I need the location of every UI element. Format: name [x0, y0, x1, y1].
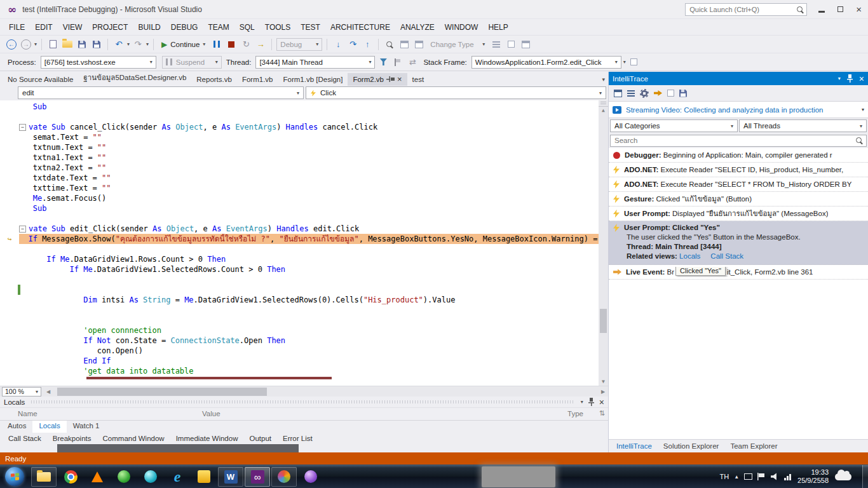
intellitrace-event-live[interactable]: Live Event: BrClicked "Yes"it_Click, For… [609, 265, 868, 280]
panel-tab-command-window[interactable]: Command Window [97, 435, 170, 442]
menu-file[interactable]: FILE [4, 21, 30, 34]
panel-tab-immediate-window[interactable]: Immediate Window [170, 435, 244, 442]
display-tray-icon[interactable] [744, 473, 752, 480]
zoom-dropdown[interactable]: 100 %▾ [2, 387, 41, 396]
menu-test[interactable]: TEST [295, 21, 325, 34]
code-line[interactable]: 'open connnection [0, 325, 599, 336]
calls-view-icon[interactable] [627, 90, 635, 97]
vertical-scroll-thumb[interactable] [600, 309, 607, 333]
menu-analyze[interactable]: ANALYZE [395, 21, 440, 34]
restart-icon[interactable]: ↻ [240, 38, 252, 51]
code-line[interactable]: If Not con.State = ConnectionState.Open … [0, 336, 599, 346]
panel-tab-output[interactable]: Output [243, 435, 277, 442]
panel-tab-breakpoints[interactable]: Breakpoints [47, 435, 97, 442]
code-line[interactable]: txttime.Text = "" [0, 183, 599, 193]
code-line[interactable]: txtna2.Text = "" [0, 163, 599, 173]
taskbar-vlc[interactable] [85, 467, 110, 487]
editor-gutter[interactable] [0, 356, 19, 366]
editor-gutter[interactable] [0, 173, 19, 183]
editor-gutter[interactable] [0, 295, 19, 305]
horizontal-scroll-thumb[interactable] [57, 388, 267, 396]
code-line[interactable]: semat.Text = "" [0, 132, 599, 142]
show-hidden-icons[interactable]: ▲ [734, 474, 739, 480]
editor-gutter[interactable] [0, 214, 19, 224]
editor-gutter[interactable] [0, 305, 19, 315]
taskbar-windows-explorer[interactable] [31, 467, 57, 487]
panel-tab-error-list[interactable]: Error List [277, 435, 318, 442]
taskbar-chrome[interactable] [58, 467, 83, 487]
locals-column-type[interactable]: Type [567, 410, 583, 417]
editor-gutter[interactable] [0, 315, 19, 325]
stop-debugging-icon[interactable] [225, 38, 238, 51]
code-line[interactable]: Me.semat.Focus() [0, 193, 599, 203]
locals-column-name[interactable]: Name [18, 410, 37, 417]
banner-collapse-icon[interactable]: ▾ [862, 107, 864, 112]
doc-tab-form1-vb[interactable]: Form1.vb [237, 74, 278, 86]
editor-gutter[interactable] [0, 366, 19, 376]
flag-threads-icon[interactable] [391, 56, 404, 69]
editor-gutter[interactable] [0, 163, 19, 173]
menu-sql[interactable]: SQL [234, 21, 260, 34]
suspend-button[interactable]: Suspend▾ [162, 56, 222, 69]
toolbox-icon[interactable] [490, 38, 503, 51]
code-line[interactable]: Dim intsi As String = Me.DataGridView1.S… [0, 295, 599, 305]
menu-view[interactable]: VIEW [58, 21, 88, 34]
toolbar-options-icon[interactable]: ▾ [623, 59, 626, 65]
code-line[interactable]: −vate Sub edit_Click(sender As Object, e… [0, 224, 599, 234]
toolbar-overflow-icon[interactable] [628, 56, 641, 69]
editor-gutter[interactable] [0, 224, 19, 234]
thread-filter-dropdown[interactable]: All Threads▾ [739, 119, 867, 132]
taskbar-green-app[interactable] [111, 467, 137, 487]
window-position-icon[interactable]: ▾ [838, 76, 841, 81]
streaming-video-link[interactable]: Streaming Video: Collecting and analyzin… [626, 106, 824, 114]
doc-tab-form2-vb[interactable]: Form2.vb× [348, 73, 407, 86]
code-line[interactable] [0, 112, 599, 122]
code-line[interactable] [0, 285, 599, 295]
action-center-icon[interactable] [757, 473, 766, 480]
code-line[interactable] [0, 214, 599, 224]
doc-tab-test[interactable]: test [407, 74, 430, 86]
volume-icon[interactable] [771, 473, 779, 480]
intellitrace-event[interactable]: ADO.NET: Execute Reader "SELECT * FROM T… [609, 177, 868, 192]
close-button[interactable]: × [856, 6, 862, 13]
menu-tools[interactable]: TOOLS [260, 21, 295, 34]
editor-gutter[interactable] [0, 193, 19, 203]
event-search[interactable] [609, 133, 868, 148]
new-file-icon[interactable] [46, 38, 59, 51]
editor-gutter[interactable] [0, 274, 19, 285]
fold-collapse-icon[interactable]: − [19, 124, 26, 131]
pin-icon[interactable] [847, 74, 853, 83]
tab-overflow-icon[interactable]: ▾ [602, 76, 605, 83]
code-line[interactable]: ↪ If MessageBox.Show("คุณต้องการแก้ไขข้อ… [0, 234, 599, 244]
menu-debug[interactable]: DEBUG [166, 21, 203, 34]
language-indicator[interactable]: TH [719, 473, 729, 480]
tab-pin-icon[interactable] [386, 76, 395, 82]
menu-project[interactable]: PROJECT [87, 21, 133, 34]
change-type-combo[interactable]: Change Type▾ [427, 38, 488, 51]
horizontal-scrollbar[interactable]: 100 %▾ ◀ ▶ [0, 386, 608, 396]
undo-icon[interactable]: ↶ [112, 38, 125, 51]
code-line[interactable]: txtdate.Text = "" [0, 173, 599, 183]
code-line[interactable] [0, 315, 599, 325]
step-out-icon[interactable]: ↑ [361, 38, 374, 51]
show-next-statement-icon[interactable]: → [254, 38, 267, 51]
editor-gutter[interactable] [0, 183, 19, 193]
filter-threads-icon[interactable] [377, 56, 390, 69]
right-tab-solution-explorer[interactable]: Solution Explorer [658, 441, 724, 451]
doc-tab-reports-vb[interactable]: Reports.vb [191, 74, 237, 86]
step-over-icon[interactable]: ↷ [346, 38, 359, 51]
right-tab-team-explorer[interactable]: Team Explorer [725, 441, 782, 451]
export-save-icon[interactable] [679, 90, 687, 97]
code-line[interactable] [0, 305, 599, 315]
code-line[interactable]: 'get data into datatable [0, 366, 599, 376]
quick-launch-input[interactable] [685, 3, 807, 16]
scroll-left-icon[interactable]: ◀ [43, 389, 53, 395]
find-icon[interactable] [383, 38, 396, 51]
code-line[interactable] [0, 274, 599, 285]
scroll-up-icon[interactable]: ▲ [599, 107, 608, 114]
menu-help[interactable]: HELP [483, 21, 513, 34]
code-line[interactable]: txtnum.Text = "" [0, 142, 599, 152]
object-browser-icon[interactable] [505, 38, 517, 51]
navigate-dropdown-icon[interactable]: ▾ [34, 41, 37, 47]
select-all-icon[interactable] [667, 90, 674, 97]
